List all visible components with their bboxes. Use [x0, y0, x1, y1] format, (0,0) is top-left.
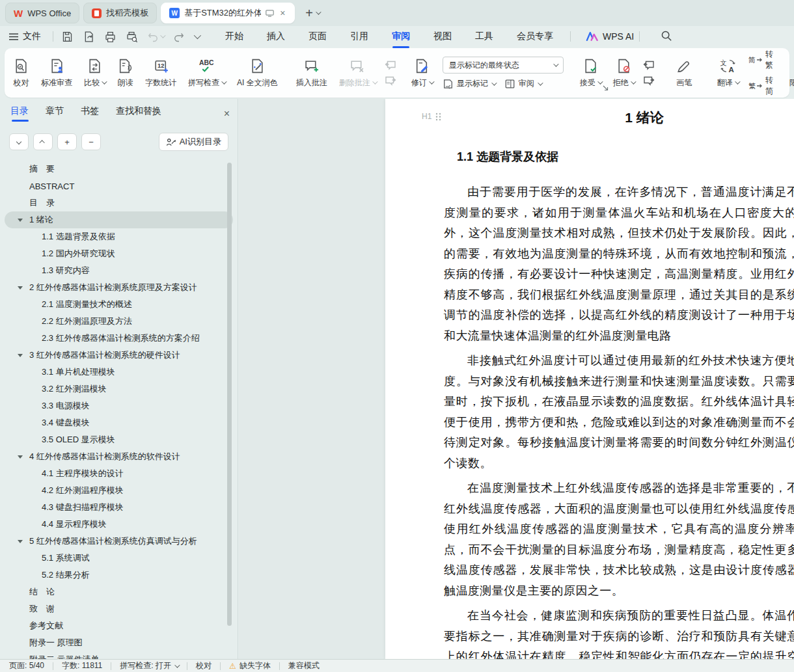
menu-tab-page[interactable]: 页面: [297, 27, 338, 46]
toc-item[interactable]: 致 谢: [5, 600, 233, 617]
page-indicator[interactable]: 页面: 5/40: [9, 660, 44, 671]
collapse-caret-icon[interactable]: [18, 455, 23, 459]
to-simplified-button[interactable]: 繁 转简: [748, 75, 773, 97]
toc-item[interactable]: 4 红外传感器体温计检测系统的软件设计: [5, 448, 233, 465]
document-page[interactable]: H1 1 绪论 1.1 选题背景及依据 由于需要用于医学的发展，在许多情况下，普…: [385, 99, 794, 659]
menu-tab-review[interactable]: 审阅: [380, 27, 422, 46]
toc-item[interactable]: 3.1 单片机处理模块: [5, 364, 233, 381]
ai-polish-button[interactable]: AI 全文润色: [231, 57, 284, 90]
zoom-in-outline-button[interactable]: +: [57, 133, 77, 150]
toc-item[interactable]: 5.1 系统调试: [5, 550, 233, 567]
toc-item[interactable]: 摘 要: [5, 161, 233, 178]
next-change-button[interactable]: [643, 76, 655, 86]
toc-item[interactable]: 附录一 原理图: [5, 634, 233, 651]
toc-item[interactable]: 1.1 选题背景及依据: [5, 228, 233, 245]
sidebar-tab-contents[interactable]: 目录: [10, 105, 29, 122]
translate-button[interactable]: 文A 翻译: [711, 57, 745, 90]
reject-button[interactable]: 拒绝: [607, 57, 640, 90]
track-changes-button[interactable]: 修订: [405, 57, 439, 90]
collapse-all-button[interactable]: [33, 133, 53, 150]
menu-tab-insert[interactable]: 插入: [255, 27, 297, 46]
menu-tab-tools[interactable]: 工具: [463, 27, 505, 46]
toc-item[interactable]: 4.1 主程序模块的设计: [5, 465, 233, 482]
show-markup-button[interactable]: 显示标记: [443, 78, 495, 89]
menu-tab-view[interactable]: 视图: [422, 27, 463, 46]
toc-item[interactable]: 1.3 研究内容: [5, 262, 233, 279]
delete-comment-button[interactable]: 删除批注: [333, 57, 382, 90]
tab-wps-office[interactable]: W WPS Office: [5, 3, 79, 23]
toc-item[interactable]: 目 录: [5, 195, 233, 211]
tab-document[interactable]: W 基于STM32的红外体温计检测 ×: [161, 3, 295, 23]
document-body[interactable]: 由于需要用于医学的发展，在许多情况下，普通温度计满足不了快速的温度测量的要求，诸…: [385, 181, 794, 659]
compatibility-mode[interactable]: 兼容模式: [288, 660, 320, 671]
proofread-button[interactable]: 校对: [7, 57, 35, 90]
toc-item[interactable]: 1 绪论: [5, 211, 233, 228]
sidebar-tab-bookmarks[interactable]: 书签: [81, 105, 99, 122]
toolbar-more-chevron-icon[interactable]: [194, 32, 201, 39]
standard-review-button[interactable]: 标准审查: [35, 57, 78, 90]
document-canvas[interactable]: H1 1 绪论 1.1 选题背景及依据 由于需要用于医学的发展，在许多情况下，普…: [239, 99, 794, 659]
tab-list-chevron-icon[interactable]: [316, 9, 321, 14]
close-sidebar-icon[interactable]: ×: [224, 108, 230, 120]
undo-icon[interactable]: [147, 31, 159, 42]
word-count-button[interactable]: 12 字数统计: [139, 57, 182, 90]
spell-check-status[interactable]: 拼写检查: 打开: [120, 660, 178, 671]
export-icon[interactable]: [83, 31, 95, 43]
toc-item[interactable]: 3.3 电源模块: [5, 397, 233, 414]
word-count-indicator[interactable]: 字数: 11811: [62, 660, 102, 671]
toc-item[interactable]: 4.4 显示程序模块: [5, 516, 233, 533]
toc-item[interactable]: 附录二 元器件清单: [5, 651, 233, 659]
toc-item[interactable]: 结 论: [5, 584, 233, 600]
close-tab-icon[interactable]: ×: [279, 8, 286, 18]
print-icon[interactable]: [104, 31, 116, 43]
new-tab-button[interactable]: +: [305, 7, 313, 20]
restrict-edit-button[interactable]: 限制编辑: [784, 57, 794, 90]
menu-tab-reference[interactable]: 引用: [338, 27, 380, 46]
toc-item[interactable]: 1.2 国内外研究现状: [5, 245, 233, 262]
toc-item[interactable]: 3 红外传感器体温计检测系统的硬件设计: [5, 347, 233, 364]
tab-docer-templates[interactable]: 找稻壳模板: [83, 3, 157, 23]
sidebar-tab-chapters[interactable]: 章节: [46, 105, 64, 122]
toc-item[interactable]: 3.2 红外测温模块: [5, 381, 233, 397]
toc-item[interactable]: 5.2 结果分析: [5, 567, 233, 584]
wps-ai-button[interactable]: WPS AI: [586, 31, 634, 42]
undo-chevron-icon[interactable]: [160, 33, 165, 38]
toc-item[interactable]: 2.3 红外传感器体温计检测系统的方案介绍: [5, 330, 233, 347]
compare-button[interactable]: 比较: [78, 57, 111, 90]
toc-item[interactable]: 3.4 键盘模块: [5, 414, 233, 431]
toc-item[interactable]: 参考文献: [5, 617, 233, 634]
pen-button[interactable]: 画笔: [664, 57, 705, 90]
toc-item[interactable]: 3.5 OLED 显示模块: [5, 431, 233, 448]
proofread-status[interactable]: 校对: [196, 660, 212, 671]
menu-tab-member[interactable]: 会员专享: [505, 27, 565, 46]
read-aloud-button[interactable]: 朗读: [111, 57, 139, 90]
print-preview-icon[interactable]: [126, 31, 138, 43]
toc-item[interactable]: 2.2 红外测温原理及方法: [5, 313, 233, 330]
toc-item[interactable]: 2.1 温度测量技术的概述: [5, 296, 233, 313]
next-comment-button[interactable]: [385, 76, 396, 86]
toc-item[interactable]: 5 红外传感器体温计检测系统仿真调试与分析: [5, 533, 233, 550]
share-screen-icon[interactable]: [266, 10, 274, 17]
toc-item[interactable]: 4.2 红外测温程序模块: [5, 482, 233, 499]
ai-recognize-toc-button[interactable]: AI识别目录: [159, 133, 228, 151]
save-icon[interactable]: [61, 31, 74, 43]
file-menu[interactable]: 文件: [9, 31, 41, 42]
previous-change-button[interactable]: [643, 60, 655, 70]
toc-item[interactable]: 2 红外传感器体温计检测系统原理及方案设计: [5, 279, 233, 296]
sidebar-scrollbar[interactable]: [227, 163, 232, 626]
expand-all-button[interactable]: [9, 133, 29, 150]
collapse-caret-icon[interactable]: [18, 354, 23, 357]
review-pane-button[interactable]: 审阅: [504, 78, 541, 89]
previous-comment-button[interactable]: [385, 60, 396, 70]
markup-state-dropdown[interactable]: 显示标记的最终状态: [443, 57, 564, 74]
to-traditional-button[interactable]: 简 转繁: [748, 49, 773, 71]
missing-fonts-warning[interactable]: ⚠ 缺失字体: [229, 660, 271, 671]
spell-check-button[interactable]: ABC 拼写检查: [182, 57, 231, 90]
collapse-caret-icon[interactable]: [18, 540, 23, 543]
search-icon[interactable]: [661, 30, 672, 44]
zoom-out-outline-button[interactable]: −: [81, 133, 101, 150]
menu-tab-home[interactable]: 开始: [213, 27, 255, 46]
toc-item[interactable]: ABSTRACT: [5, 178, 233, 195]
expand-toolbar-icon[interactable]: [603, 82, 609, 94]
redo-icon[interactable]: [173, 31, 185, 42]
